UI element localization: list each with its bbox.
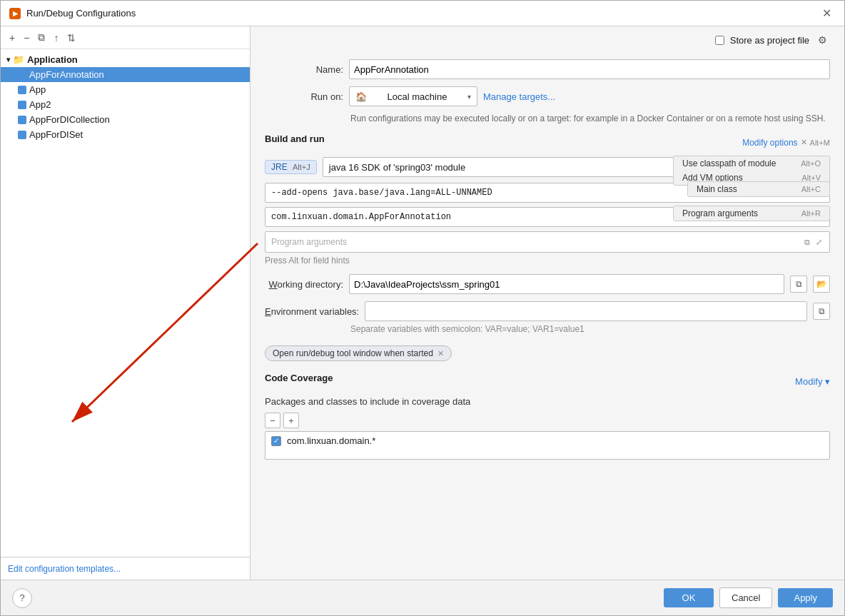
jre-label: JRE (271, 162, 288, 172)
modify-options-row: Modify options ✕ Alt+M (742, 138, 830, 148)
app-item-icon-3 (18, 101, 26, 109)
use-classpath-shortcut: Alt+O (801, 159, 821, 168)
program-args-label: Program arguments (682, 208, 758, 218)
working-dir-copy-button[interactable]: ⧉ (790, 276, 807, 293)
env-vars-input[interactable] (365, 301, 807, 321)
title-bar: ▶ Run/Debug Configurations ✕ (1, 1, 844, 26)
tree-item-app-for-annotation[interactable]: AppForAnnotation (1, 67, 250, 82)
main-class-shortcut: Alt+C (801, 185, 821, 193)
program-args-input[interactable]: Program arguments ⧉ ⤢ (265, 231, 830, 253)
home-icon: 🏠 (355, 91, 367, 102)
main-content: + − ⧉ ↑ ⇅ ▾ 📁 Application AppForAnnotati… (1, 26, 844, 580)
ok-button[interactable]: OK (664, 588, 714, 607)
working-dir-label: Working directory: (265, 279, 343, 290)
dialog-title: Run/Debug Configurations (26, 8, 812, 19)
args-copy-icon[interactable]: ⧉ (803, 237, 811, 248)
run-on-row: Run on: 🏠 Local machine ▾ Manage targets… (265, 86, 830, 106)
main-class-label: Main class (697, 184, 737, 194)
coverage-toolbar: − + (265, 413, 830, 428)
coverage-modify-link[interactable]: Modify ▾ (795, 376, 830, 387)
program-args-expand-icons: ⧉ ⤢ (803, 237, 824, 248)
working-dir-browse-button[interactable]: 📂 (813, 276, 830, 293)
copy-config-button[interactable]: ⧉ (35, 29, 48, 46)
tool-window-chip-row: Open run/debug tool window when started … (265, 345, 830, 361)
remove-config-button[interactable]: − (21, 30, 32, 46)
sdk-value: java 16 SDK of 'spring03' module (329, 162, 465, 173)
jre-chip[interactable]: JRE Alt+J (265, 160, 317, 174)
working-dir-row: Working directory: ⧉ 📂 (265, 274, 830, 294)
main-class-overlay: Main class Alt+C (687, 181, 830, 197)
args-expand-icon[interactable]: ⤢ (814, 237, 824, 248)
env-vars-label: Environment variables: (265, 306, 359, 317)
build-run-header: Build and run Modify options ✕ Alt+M (265, 133, 830, 151)
run-debug-configurations-dialog: ▶ Run/Debug Configurations ✕ + − ⧉ ↑ ⇅ ▾… (0, 0, 845, 616)
store-settings-button[interactable]: ⚙ (815, 32, 830, 48)
program-args-option[interactable]: Program arguments Alt+R (674, 206, 829, 221)
app-item-icon-1 (18, 71, 26, 79)
coverage-hint: Packages and classes to include in cover… (265, 396, 830, 407)
coverage-list-item: ✓ com.linxuan.domain.* (265, 432, 829, 450)
use-classpath-label: Use classpath of module (682, 158, 776, 168)
env-hint-text: Separate variables with semicolon: VAR=v… (350, 324, 830, 334)
config-tree: ▾ 📁 Application AppForAnnotation App App… (1, 49, 250, 557)
app-item-icon-4 (18, 116, 26, 124)
coverage-add-btn[interactable]: + (283, 413, 299, 428)
run-hint-text: Run configurations may be executed local… (350, 112, 830, 125)
main-class-container: Program arguments Alt+R com.linxuan.doma… (265, 207, 830, 227)
coverage-remove-btn[interactable]: − (265, 413, 280, 428)
vm-options-value: --add-opens java.base/java.lang=ALL-UNNA… (271, 188, 492, 198)
chip-close-icon[interactable]: ✕ (437, 349, 444, 358)
modify-options-link[interactable]: Modify options (742, 138, 797, 148)
main-class-option[interactable]: Main class Alt+C (688, 182, 829, 196)
build-run-title: Build and run (265, 133, 325, 144)
use-classpath-option[interactable]: Use classpath of module Alt+O (674, 156, 829, 171)
tree-item-app[interactable]: App (1, 82, 250, 97)
dropdown-chevron-icon: ▾ (467, 93, 471, 101)
working-dir-input[interactable] (349, 274, 784, 294)
modify-shortcut-value: Alt+M (810, 138, 830, 147)
coverage-item-checkbox[interactable]: ✓ (271, 436, 281, 446)
left-panel: + − ⧉ ↑ ⇅ ▾ 📁 Application AppForAnnotati… (1, 26, 251, 580)
program-args-shortcut: Alt+R (801, 209, 821, 218)
add-config-button[interactable]: + (6, 30, 18, 46)
tree-item-label-3: App2 (29, 99, 51, 110)
tree-group-application[interactable]: ▾ 📁 Application (1, 52, 250, 67)
store-as-project-label: Store as project file (730, 35, 809, 46)
press-alt-hint: Press Alt for field hints (265, 256, 830, 266)
left-footer: Edit configuration templates... (1, 557, 250, 580)
top-right-row: Store as project file ⚙ (251, 26, 844, 48)
vm-options-container: Main class Alt+C --add-opens java.base/j… (265, 183, 830, 203)
dialog-icon: ▶ (9, 8, 21, 19)
store-as-project-checkbox[interactable] (715, 36, 724, 45)
manage-targets-link[interactable]: Manage targets... (483, 91, 555, 102)
edit-templates-link[interactable]: Edit configuration templates... (8, 564, 121, 574)
tree-item-app-di-collection[interactable]: AppForDICollection (1, 112, 250, 127)
apply-button[interactable]: Apply (778, 588, 833, 607)
sort-config-button[interactable]: ⇅ (64, 30, 79, 46)
name-label: Name: (265, 64, 343, 75)
sdk-dropdown[interactable]: java 16 SDK of 'spring03' module ▾ (323, 157, 689, 177)
help-button[interactable]: ? (12, 588, 32, 608)
left-toolbar: + − ⧉ ↑ ⇅ (1, 26, 250, 49)
run-on-dropdown[interactable]: 🏠 Local machine ▾ (349, 86, 477, 106)
env-vars-edit-button[interactable]: ⧉ (813, 303, 830, 320)
move-config-button[interactable]: ↑ (51, 30, 61, 46)
bottom-bar: ? OK Cancel Apply (1, 580, 844, 615)
cancel-button[interactable]: Cancel (719, 587, 772, 608)
tree-group-label-text: Application (27, 54, 78, 65)
tree-item-app2[interactable]: App2 (1, 97, 250, 112)
name-input[interactable] (349, 59, 830, 79)
bottom-right: OK Cancel Apply (664, 587, 833, 608)
run-on-label: Run on: (265, 91, 343, 102)
modify-shortcut-text: ✕ (801, 138, 807, 147)
jre-shortcut: Alt+J (293, 163, 310, 171)
tool-window-chip: Open run/debug tool window when started … (265, 345, 452, 361)
sdk-classpath-container: Use classpath of module Alt+O Add VM opt… (265, 157, 830, 177)
code-coverage-header: Code Coverage Modify ▾ (265, 373, 830, 390)
close-button[interactable]: ✕ (818, 5, 836, 21)
right-scrollable-area: Name: Run on: 🏠 Local machine ▾ Manage t… (251, 48, 844, 580)
tree-expand-icon: ▾ (6, 56, 10, 64)
main-class-value: com.linxuan.domain.AppForAnnotation (271, 212, 451, 222)
coverage-list: ✓ com.linxuan.domain.* (265, 431, 830, 460)
tree-item-app-di-set[interactable]: AppForDISet (1, 127, 250, 142)
